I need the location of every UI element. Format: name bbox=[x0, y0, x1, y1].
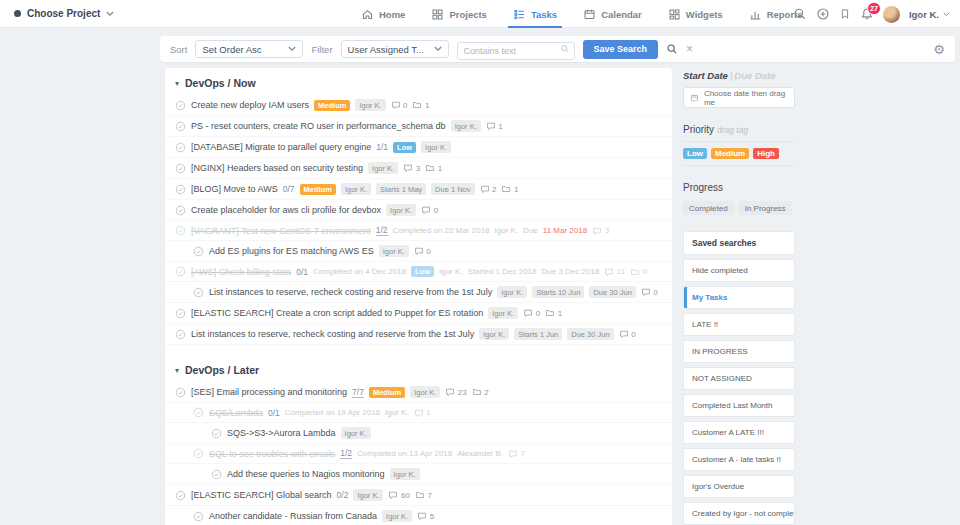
comments-count[interactable]: 0 bbox=[391, 100, 408, 110]
date-drag-widget[interactable]: Choose date then drag me bbox=[683, 87, 795, 108]
collapse-caret-icon[interactable]: ▾ bbox=[175, 366, 179, 375]
task-check-icon[interactable] bbox=[175, 266, 186, 277]
notifications-button[interactable]: 27 bbox=[860, 7, 874, 21]
comments-count[interactable]: 0 bbox=[523, 308, 540, 318]
task-title[interactable]: Create placeholder for aws cli profile f… bbox=[191, 205, 381, 215]
task-check-icon[interactable] bbox=[175, 225, 186, 236]
section-header[interactable]: ▾DevOps / Later bbox=[165, 355, 672, 382]
task-row[interactable]: PS - reset counters, create RO user in p… bbox=[165, 116, 672, 137]
task-title[interactable]: Add these queries to Nagios monitoring bbox=[227, 469, 385, 479]
task-check-icon[interactable] bbox=[211, 469, 222, 480]
saved-search-item[interactable]: LATE !! bbox=[683, 313, 795, 336]
task-row[interactable]: Create new deploy IAM usersMediumIgor K.… bbox=[165, 95, 672, 116]
task-title[interactable]: [SES] Email processing and monitoring bbox=[191, 387, 347, 397]
settings-gear-button[interactable]: ⚙ bbox=[933, 42, 945, 57]
task-title[interactable]: [BLOG] Move to AWS bbox=[191, 184, 278, 194]
nav-tab-tasks[interactable]: Tasks bbox=[504, 0, 566, 28]
add-button[interactable] bbox=[816, 7, 830, 21]
nav-tab-calendar[interactable]: Calendar bbox=[574, 0, 651, 28]
task-row[interactable]: Another candidate - Russian from CanadaI… bbox=[165, 506, 672, 525]
task-title[interactable]: [NGINX] Headers based on security testin… bbox=[191, 163, 363, 173]
task-title[interactable]: Another candidate - Russian from Canada bbox=[209, 511, 377, 521]
nav-tab-projects[interactable]: Projects bbox=[422, 0, 496, 28]
priority-drag-tag[interactable]: High bbox=[753, 148, 779, 159]
task-title[interactable]: Create new deploy IAM users bbox=[191, 100, 309, 110]
clear-search-button[interactable]: × bbox=[686, 43, 693, 55]
saved-search-item[interactable]: Customer A - late tasks !! bbox=[683, 448, 795, 471]
files-count[interactable]: 0 bbox=[630, 267, 647, 277]
task-row[interactable]: Add these queries to Nagios monitoringIg… bbox=[165, 464, 672, 485]
sort-select[interactable]: Set Order Asc bbox=[195, 40, 303, 58]
task-title[interactable]: [AWS] Check billing stats bbox=[191, 267, 291, 277]
task-title[interactable]: SQL to see troubles with emails bbox=[209, 449, 335, 459]
task-check-icon[interactable] bbox=[175, 205, 186, 216]
task-row[interactable]: [DATABASE] Migrate to parallel query eng… bbox=[165, 137, 672, 158]
comments-count[interactable]: 2 bbox=[480, 184, 497, 194]
task-row[interactable]: [VAGRANT] Test new CentOS 7 environment1… bbox=[165, 221, 672, 241]
task-check-icon[interactable] bbox=[193, 407, 204, 418]
task-check-icon[interactable] bbox=[175, 184, 186, 195]
comments-count[interactable]: 23 bbox=[445, 387, 466, 397]
saved-search-item[interactable]: Created by Igor - not completed bbox=[683, 502, 795, 525]
task-check-icon[interactable] bbox=[193, 246, 204, 257]
task-check-icon[interactable] bbox=[193, 511, 204, 522]
start-date-label[interactable]: Start Date bbox=[683, 70, 728, 81]
task-row[interactable]: [AWS] Check billing stats0/1Completed on… bbox=[165, 262, 672, 282]
files-count[interactable]: 1 bbox=[545, 308, 562, 318]
task-title[interactable]: List instances to reserve, recheck costi… bbox=[209, 287, 492, 297]
task-check-icon[interactable] bbox=[175, 308, 186, 319]
comments-count[interactable]: 0 bbox=[619, 329, 636, 339]
project-selector[interactable]: Choose Project bbox=[0, 0, 128, 27]
contains-text-input[interactable] bbox=[457, 42, 575, 60]
bookmarks-button[interactable] bbox=[839, 7, 851, 21]
task-check-icon[interactable] bbox=[175, 163, 186, 174]
task-check-icon[interactable] bbox=[193, 448, 204, 459]
comments-count[interactable]: 0 bbox=[421, 205, 438, 215]
comments-count[interactable]: 3 bbox=[592, 226, 609, 236]
filter-select[interactable]: User Assigned T... bbox=[341, 40, 449, 58]
task-row[interactable]: [ELASTIC SEARCH] Global search0/2Igor K.… bbox=[165, 485, 672, 506]
user-avatar[interactable] bbox=[883, 6, 900, 23]
comments-count[interactable]: 3 bbox=[403, 163, 420, 173]
saved-search-item[interactable]: IN PROGRESS bbox=[683, 340, 795, 363]
task-title[interactable]: PS - reset counters, create RO user in p… bbox=[191, 121, 446, 131]
nav-tab-home[interactable]: Home bbox=[352, 0, 414, 28]
run-search-button[interactable] bbox=[666, 43, 678, 55]
task-title[interactable]: [VAGRANT] Test new CentOS 7 environment bbox=[191, 226, 371, 236]
task-row[interactable]: List instances to reserve, recheck costi… bbox=[165, 282, 672, 303]
comments-count[interactable]: 60 bbox=[388, 490, 409, 500]
task-row[interactable]: SQS->S3->Aurora LambdaIgor K. bbox=[165, 423, 672, 444]
task-row[interactable]: SQL to see troubles with emails1/2Comple… bbox=[165, 444, 672, 464]
priority-drag-tag[interactable]: Medium bbox=[711, 148, 749, 159]
task-row[interactable]: SQS/Lambda0/1Completed on 19 Apr 2018Igo… bbox=[165, 403, 672, 423]
progress-filter-tag[interactable]: In Progress bbox=[739, 201, 792, 215]
saved-search-item[interactable]: Customer A LATE !!! bbox=[683, 421, 795, 444]
task-title[interactable]: SQS->S3->Aurora Lambda bbox=[227, 428, 336, 438]
task-check-icon[interactable] bbox=[175, 100, 186, 111]
section-header[interactable]: ▾DevOps / Now bbox=[165, 68, 672, 95]
task-check-icon[interactable] bbox=[175, 490, 186, 501]
comments-count[interactable]: 0 bbox=[641, 287, 658, 297]
saved-search-item[interactable]: Hide completed bbox=[683, 259, 795, 282]
saved-search-item[interactable]: Completed Last Month bbox=[683, 394, 795, 417]
task-check-icon[interactable] bbox=[193, 287, 204, 298]
task-row[interactable]: [BLOG] Move to AWS0/7MediumIgor K.Starts… bbox=[165, 179, 672, 200]
saved-search-item[interactable]: Igor's Overdue bbox=[683, 475, 795, 498]
task-title[interactable]: SQS/Lambda bbox=[209, 408, 263, 418]
task-title[interactable]: Add ES plugins for ES matching AWS ES bbox=[209, 246, 374, 256]
priority-drag-tag[interactable]: Low bbox=[683, 148, 707, 159]
comments-count[interactable]: 5 bbox=[417, 511, 434, 521]
user-menu[interactable]: Igor K. bbox=[909, 9, 950, 20]
files-count[interactable]: 2 bbox=[472, 387, 489, 397]
saved-search-item[interactable]: My Tasks bbox=[683, 286, 795, 309]
collapse-caret-icon[interactable]: ▾ bbox=[175, 79, 179, 88]
task-row[interactable]: [NGINX] Headers based on security testin… bbox=[165, 158, 672, 179]
task-title[interactable]: List instances to reserve, recheck costi… bbox=[191, 329, 474, 339]
task-row[interactable]: [ELASTIC SEARCH] Create a cron script ad… bbox=[165, 303, 672, 324]
task-check-icon[interactable] bbox=[211, 428, 222, 439]
comments-count[interactable]: 1 bbox=[414, 408, 431, 418]
files-count[interactable]: 1 bbox=[412, 100, 429, 110]
task-check-icon[interactable] bbox=[175, 121, 186, 132]
comments-count[interactable]: 0 bbox=[414, 246, 431, 256]
task-title[interactable]: [ELASTIC SEARCH] Global search bbox=[191, 490, 332, 500]
